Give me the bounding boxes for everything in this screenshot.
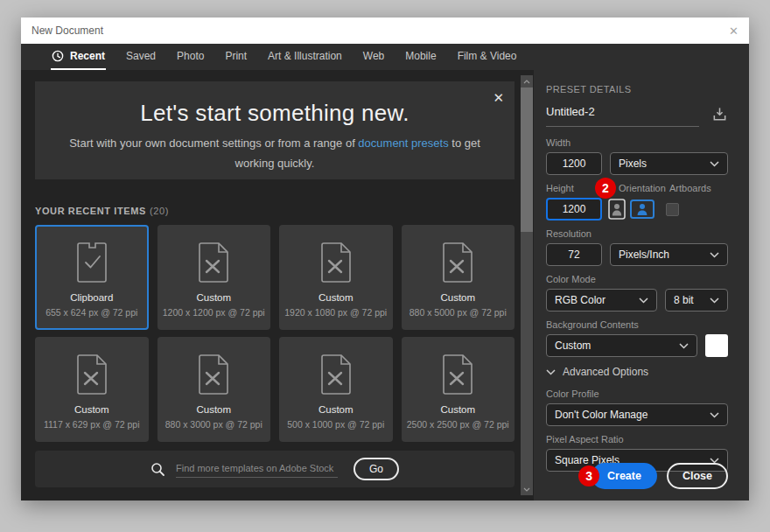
artboards-checkbox[interactable] bbox=[666, 203, 679, 216]
recent-item-custom[interactable]: Custom 1117 x 629 px @ 72 ppi bbox=[35, 337, 149, 442]
color-mode-label: Color Mode bbox=[546, 274, 728, 284]
tab-label: Film & Video bbox=[458, 50, 517, 62]
height-input[interactable] bbox=[546, 198, 602, 220]
window-title: New Document bbox=[32, 24, 103, 37]
vertical-scrollbar[interactable] bbox=[520, 70, 534, 500]
go-button[interactable]: Go bbox=[354, 458, 399, 480]
templates-area: ✕ Let's start something new. Start with … bbox=[21, 70, 520, 500]
banner-title: Let's start something new. bbox=[35, 100, 514, 127]
resolution-unit-select[interactable]: Pixels/Inch bbox=[610, 243, 728, 266]
item-name: Custom bbox=[440, 404, 475, 415]
chevron-down-icon bbox=[546, 369, 556, 375]
item-dimensions: 500 x 1000 px @ 72 ppi bbox=[287, 419, 384, 430]
custom-document-icon bbox=[438, 339, 477, 404]
clipboard-icon bbox=[71, 227, 113, 292]
item-name: Clipboard bbox=[70, 292, 113, 303]
pixel-aspect-ratio-label: Pixel Aspect Ratio bbox=[546, 434, 728, 444]
custom-document-icon bbox=[438, 227, 477, 292]
welcome-banner: ✕ Let's start something new. Start with … bbox=[35, 81, 514, 179]
banner-close-icon[interactable]: ✕ bbox=[493, 90, 504, 106]
orientation-portrait-button[interactable] bbox=[608, 199, 626, 220]
save-preset-icon[interactable] bbox=[711, 106, 728, 122]
item-name: Custom bbox=[74, 404, 109, 415]
preset-details-heading: PRESET DETAILS bbox=[546, 84, 728, 94]
tab-label: Web bbox=[363, 50, 384, 62]
tab-film-video[interactable]: Film & Video bbox=[457, 44, 518, 70]
width-unit-select[interactable]: Pixels bbox=[610, 152, 728, 175]
document-name-field[interactable]: Untitled-2 bbox=[546, 105, 699, 127]
scroll-up-icon[interactable] bbox=[521, 76, 533, 87]
recent-item-custom[interactable]: Custom 2500 x 2500 px @ 72 ppi bbox=[402, 337, 515, 442]
step-3-badge: 3 bbox=[578, 466, 599, 486]
tab-photo[interactable]: Photo bbox=[176, 44, 205, 70]
scrollbar-thumb[interactable] bbox=[521, 88, 533, 232]
tab-label: Print bbox=[225, 50, 247, 62]
item-dimensions: 880 x 3000 px @ 72 ppi bbox=[165, 419, 262, 430]
window-titlebar: New Document ✕ bbox=[21, 18, 749, 44]
tab-art-illustration[interactable]: Art & Illustration bbox=[267, 44, 343, 70]
recent-item-custom[interactable]: Custom 1920 x 1080 px @ 72 ppi bbox=[279, 225, 393, 330]
resolution-input[interactable] bbox=[546, 243, 602, 266]
item-dimensions: 1117 x 629 px @ 72 ppi bbox=[44, 419, 140, 430]
width-input[interactable] bbox=[546, 152, 602, 175]
chevron-down-icon bbox=[710, 161, 719, 167]
custom-document-icon bbox=[317, 339, 355, 404]
width-label: Width bbox=[546, 137, 728, 148]
item-name: Custom bbox=[440, 292, 475, 303]
color-profile-select[interactable]: Don't Color Manage bbox=[546, 403, 728, 426]
recent-item-clipboard[interactable]: Clipboard 655 x 624 px @ 72 ppi bbox=[35, 225, 149, 330]
color-mode-select[interactable]: RGB Color bbox=[546, 289, 657, 312]
scroll-down-icon[interactable] bbox=[521, 484, 533, 494]
recent-item-custom[interactable]: Custom 880 x 3000 px @ 72 ppi bbox=[158, 337, 271, 442]
close-button[interactable]: Close bbox=[667, 463, 728, 489]
item-dimensions: 880 x 5000 px @ 72 ppi bbox=[410, 307, 507, 318]
window-close-icon[interactable]: ✕ bbox=[729, 24, 738, 38]
tab-recent[interactable]: Recent bbox=[51, 44, 106, 70]
custom-document-icon bbox=[317, 227, 355, 292]
background-color-swatch[interactable] bbox=[705, 334, 728, 357]
resolution-label: Resolution bbox=[546, 228, 728, 239]
recent-item-custom[interactable]: Custom 1200 x 1200 px @ 72 ppi bbox=[158, 225, 271, 330]
custom-document-icon bbox=[194, 227, 233, 292]
orientation-label: Orientation bbox=[619, 183, 669, 193]
recent-item-custom[interactable]: Custom 880 x 5000 px @ 72 ppi bbox=[402, 225, 515, 330]
custom-document-icon bbox=[73, 339, 111, 404]
adobe-stock-searchbar: Go bbox=[35, 451, 514, 487]
item-name: Custom bbox=[318, 292, 354, 303]
tab-mobile[interactable]: Mobile bbox=[404, 44, 437, 70]
orientation-landscape-button[interactable] bbox=[630, 199, 654, 220]
search-icon bbox=[150, 462, 165, 477]
document-presets-link[interactable]: document presets bbox=[358, 136, 448, 150]
create-button[interactable]: Create bbox=[592, 463, 657, 489]
preset-details-panel: PRESET DETAILS Untitled-2 Width Pixels H… bbox=[534, 70, 749, 500]
chevron-down-icon bbox=[710, 252, 719, 258]
color-profile-label: Color Profile bbox=[546, 388, 728, 399]
chevron-down-icon bbox=[710, 412, 719, 418]
item-dimensions: 1200 x 1200 px @ 72 ppi bbox=[163, 307, 265, 318]
chevron-down-icon bbox=[639, 298, 648, 304]
new-document-dialog: New Document ✕ Recent Saved Photo Print … bbox=[21, 18, 749, 500]
tab-label: Art & Illustration bbox=[268, 50, 342, 62]
tab-label: Saved bbox=[126, 50, 156, 62]
clock-icon bbox=[52, 50, 64, 62]
item-name: Custom bbox=[318, 404, 354, 415]
bit-depth-select[interactable]: 8 bit bbox=[665, 289, 728, 312]
step-2-badge: 2 bbox=[595, 178, 616, 199]
tab-label: Photo bbox=[177, 50, 204, 62]
tab-web[interactable]: Web bbox=[362, 44, 385, 70]
tab-saved[interactable]: Saved bbox=[125, 44, 157, 70]
tab-print[interactable]: Print bbox=[224, 44, 248, 70]
recent-items-grid: Clipboard 655 x 624 px @ 72 ppi Custom 1… bbox=[35, 225, 514, 442]
chevron-down-icon bbox=[710, 298, 719, 304]
item-name: Custom bbox=[196, 292, 231, 303]
background-contents-select[interactable]: Custom bbox=[546, 334, 697, 357]
advanced-options-toggle[interactable]: Advanced Options bbox=[546, 366, 728, 378]
item-name: Custom bbox=[196, 404, 231, 415]
artboards-label: Artboards bbox=[669, 183, 711, 193]
tab-label: Recent bbox=[70, 50, 105, 62]
tab-label: Mobile bbox=[405, 50, 436, 62]
category-tabbar: Recent Saved Photo Print Art & Illustrat… bbox=[21, 44, 749, 70]
stock-search-input[interactable] bbox=[176, 460, 338, 478]
chevron-down-icon bbox=[679, 343, 689, 349]
recent-item-custom[interactable]: Custom 500 x 1000 px @ 72 ppi bbox=[279, 337, 393, 442]
